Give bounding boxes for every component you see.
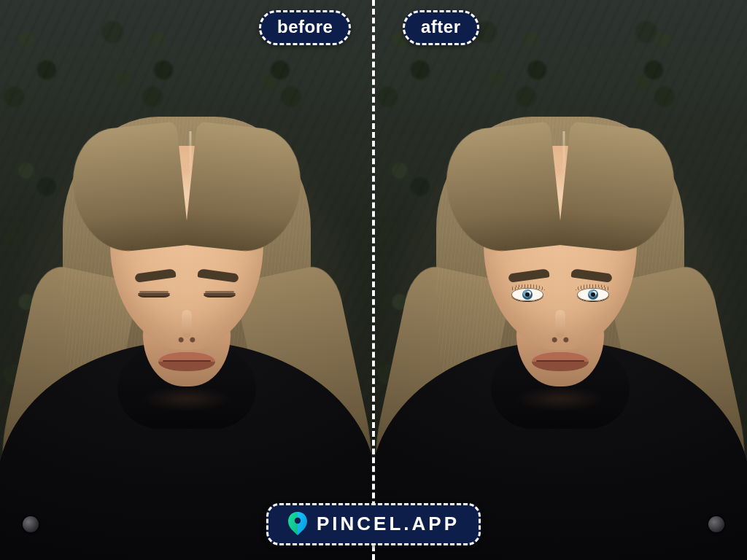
eye-right-closed (204, 288, 236, 301)
after-panel (374, 0, 747, 560)
eye-left-open (511, 288, 543, 301)
pincel-logo-icon (287, 511, 308, 536)
mouth (532, 352, 589, 371)
chin-shadow (143, 386, 231, 411)
before-panel (0, 0, 374, 560)
svg-point-0 (295, 518, 301, 524)
brand-badge: PINCEL.APP (266, 503, 481, 545)
chin-shadow (516, 386, 604, 411)
before-label: before (259, 10, 351, 45)
person-after (392, 88, 728, 560)
eye-left-closed (138, 288, 170, 301)
head (110, 146, 263, 350)
person-before (19, 88, 355, 560)
after-label: after (403, 10, 479, 45)
nose (174, 310, 199, 343)
comparison-divider (372, 0, 375, 560)
before-after-comparison: before after PINCEL.AP (0, 0, 747, 560)
nose (548, 310, 573, 343)
head (484, 146, 637, 350)
eye-right-open (577, 288, 609, 301)
brand-name: PINCEL.APP (317, 513, 460, 535)
mouth (158, 352, 215, 371)
